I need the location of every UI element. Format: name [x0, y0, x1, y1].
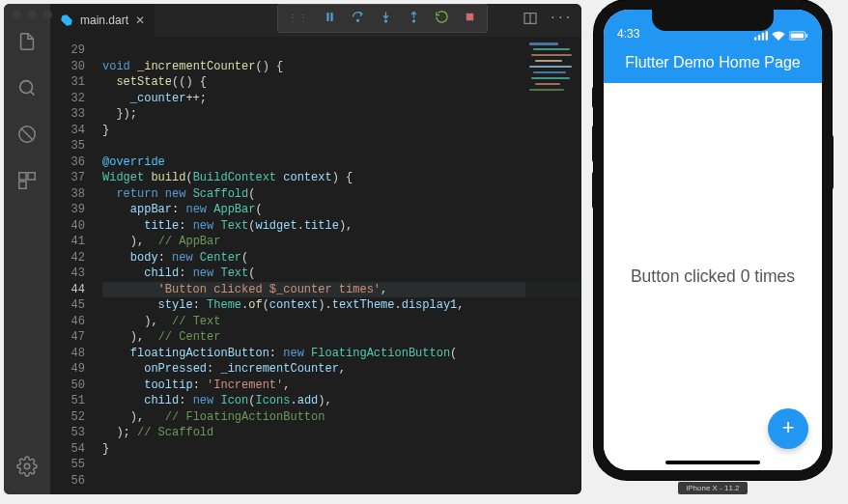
signal-icon — [754, 31, 768, 41]
app-body: Button clicked 0 times + — [604, 83, 822, 470]
wifi-icon — [772, 31, 785, 41]
explorer-icon[interactable] — [16, 31, 38, 56]
app-bar: Flutter Demo Home Page — [604, 42, 822, 83]
svg-rect-14 — [758, 35, 760, 40]
tab-bar: main.dart ✕ ⋮⋮ ··· — [50, 4, 581, 37]
status-right — [754, 31, 808, 41]
minimap[interactable] — [525, 37, 581, 494]
svg-rect-6 — [326, 13, 328, 21]
activity-bar — [4, 4, 50, 494]
pause-icon[interactable] — [323, 10, 337, 28]
svg-rect-13 — [754, 38, 756, 41]
notch — [652, 10, 774, 31]
app-title: Flutter Demo Home Page — [625, 54, 800, 71]
editor-body[interactable]: 2930313233343536373839404142434445464748… — [50, 37, 581, 494]
svg-rect-15 — [762, 33, 764, 41]
search-icon[interactable] — [16, 77, 38, 102]
svg-rect-11 — [466, 13, 474, 20]
minimize-window[interactable] — [27, 10, 37, 19]
dart-file-icon — [60, 14, 73, 27]
svg-point-8 — [357, 19, 359, 21]
svg-rect-16 — [766, 31, 768, 40]
code-area[interactable]: void _incrementCounter() { setState(() {… — [102, 37, 581, 494]
gutter: 2930313233343536373839404142434445464748… — [50, 37, 102, 494]
volume-up-button — [592, 126, 595, 162]
settings-icon[interactable] — [16, 456, 38, 481]
power-button — [831, 135, 834, 189]
zoom-window[interactable] — [42, 10, 52, 19]
debug-toolbar[interactable]: ⋮⋮ — [277, 4, 488, 33]
drag-handle-icon[interactable]: ⋮⋮ — [288, 13, 309, 24]
close-window[interactable] — [12, 10, 21, 19]
traffic-lights — [12, 10, 52, 19]
phone-screen[interactable]: 4:33 Flutter Demo Home Page Button click… — [604, 10, 822, 470]
body-text: Button clicked 0 times — [631, 266, 795, 287]
editor-region: main.dart ✕ ⋮⋮ ··· 293031323334353637383… — [50, 4, 581, 494]
ide-window: main.dart ✕ ⋮⋮ ··· 293031323334353637383… — [4, 4, 581, 494]
debug-icon[interactable] — [16, 124, 38, 149]
stop-icon[interactable] — [463, 10, 477, 28]
close-tab-icon[interactable]: ✕ — [135, 14, 145, 27]
tab-filename: main.dart — [80, 14, 128, 27]
svg-rect-3 — [28, 173, 35, 180]
editor-tab[interactable]: main.dart ✕ — [50, 4, 155, 37]
restart-icon[interactable] — [435, 10, 449, 28]
split-editor-icon[interactable] — [523, 11, 538, 30]
battery-icon — [789, 31, 808, 41]
phone-frame: 4:33 Flutter Demo Home Page Button click… — [594, 0, 832, 480]
extensions-icon[interactable] — [16, 170, 38, 195]
svg-rect-7 — [330, 13, 332, 21]
home-indicator[interactable] — [665, 461, 760, 464]
svg-rect-4 — [19, 182, 26, 188]
svg-point-9 — [385, 19, 387, 21]
svg-rect-2 — [19, 173, 26, 180]
svg-point-10 — [413, 19, 415, 21]
svg-point-0 — [20, 81, 33, 94]
step-into-icon[interactable] — [379, 10, 393, 28]
more-icon[interactable]: ··· — [550, 11, 572, 30]
step-over-icon[interactable] — [351, 10, 365, 28]
volume-down-button — [592, 172, 595, 209]
plus-icon: + — [781, 417, 794, 441]
svg-rect-19 — [806, 34, 808, 37]
step-out-icon[interactable] — [407, 10, 421, 28]
mute-switch — [592, 87, 595, 108]
fab-add-button[interactable]: + — [768, 408, 808, 449]
svg-rect-18 — [791, 34, 804, 39]
status-time: 4:33 — [617, 27, 639, 41]
simulator: 4:33 Flutter Demo Home Page Button click… — [593, 0, 833, 494]
svg-point-5 — [24, 463, 30, 469]
simulator-label: iPhone X - 11.2 — [678, 482, 747, 494]
